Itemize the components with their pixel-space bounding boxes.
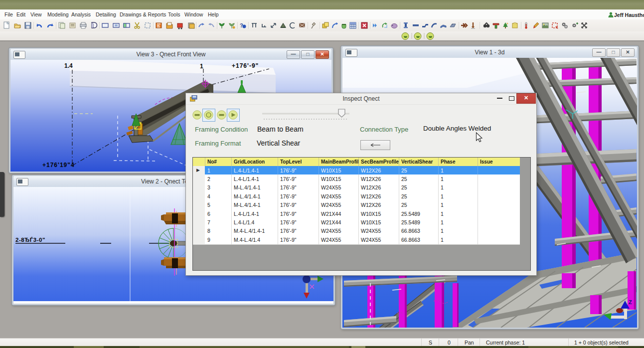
svg-text:+176'19"4: +176'19"4 xyxy=(42,162,75,169)
svg-text:+176'-9": +176'-9" xyxy=(232,62,259,69)
svg-text:2-8ЂЃ3-0": 2-8ЂЃ3-0" xyxy=(15,237,45,243)
svg-text:?: ? xyxy=(240,22,243,28)
svg-text:1: 1 xyxy=(200,63,203,70)
svg-text:1.4: 1.4 xyxy=(64,62,73,69)
svg-text:Z: Z xyxy=(629,299,632,305)
